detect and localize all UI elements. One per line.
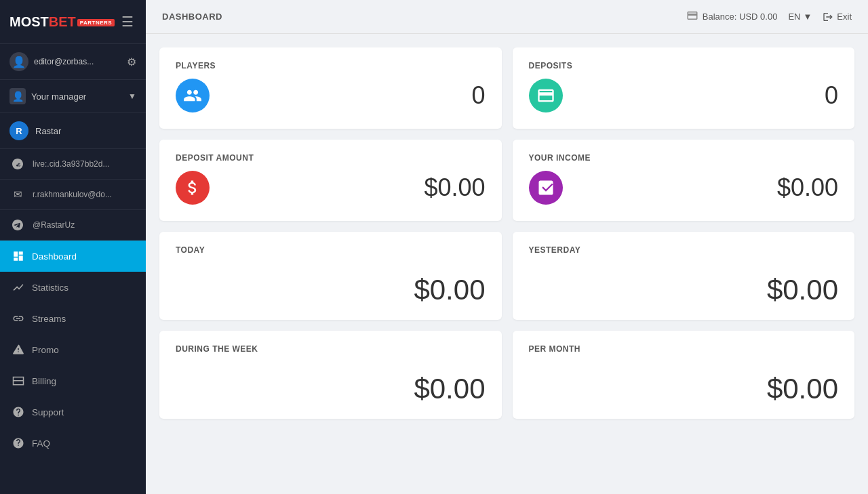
yesterday-card: YESTERDAY $0.00 [513,232,855,320]
deposits-icon [529,79,563,112]
billing-icon [12,374,25,388]
balance-icon [686,9,698,24]
skype-contact-row: live:.cid.3a937bb2d... [0,149,146,180]
promo-icon [12,343,25,356]
sidebar-item-statistics[interactable]: Statistics [0,272,146,303]
faq-icon [12,436,25,450]
players-icon [176,79,210,112]
balance-text: Balance: USD 0.00 [703,12,778,22]
rastar-label: Rastar [35,126,61,136]
sidebar-user-row: 👤 editor@zorbas... ⚙ [0,44,146,80]
sidebar-item-label: Promo [32,345,59,355]
logo-most: MOST [9,14,49,29]
email-icon: ✉ [9,186,26,203]
rastar-avatar: R [9,121,28,140]
sidebar-item-faq[interactable]: FAQ [0,428,146,459]
your-income-icon [529,171,563,205]
lang-chevron-icon: ▼ [803,12,812,22]
sidebar-item-support[interactable]: Support [0,396,146,428]
statistics-icon [12,281,25,294]
chevron-down-icon: ▼ [128,91,136,101]
today-card: TODAY $0.00 [159,232,502,320]
deposit-amount-card: DEPOSIT AMOUNT $0.00 [159,140,502,221]
email-contact-row: ✉ r.rakhmankulov@do... [0,180,146,210]
manager-icon: 👤 [9,88,26,104]
skype-contact-text: live:.cid.3a937bb2d... [33,159,109,169]
sidebar-item-label: Dashboard [32,251,77,262]
dashboard-icon [12,249,25,263]
sidebar-item-label: Support [32,407,64,417]
streams-icon [12,312,25,325]
sidebar-item-streams[interactable]: Streams [0,303,146,334]
exit-label: Exit [837,12,852,22]
email-contact-text: r.rakhmankulov@do... [33,190,112,199]
rastar-row: R Rastar [0,113,146,149]
today-card-title: TODAY [176,245,486,255]
language-selector[interactable]: EN ▼ [788,12,812,22]
during-the-week-value: $0.00 [176,373,486,405]
players-card: PLAYERS 0 [159,47,502,129]
gear-icon[interactable]: ⚙ [127,56,136,68]
sidebar-item-label: Billing [32,376,56,386]
today-value: $0.00 [176,274,486,306]
sidebar-item-dashboard[interactable]: Dashboard [0,241,146,272]
deposit-amount-value: $0.00 [424,173,485,202]
telegram-icon [9,217,26,233]
balance-info: Balance: USD 0.00 [686,9,778,24]
logo-bet: BET [49,14,76,29]
sidebar-item-label: Statistics [32,283,68,293]
sidebar: MOSTBET PARTNERS ☰ 👤 editor@zorbas... ⚙ … [0,0,146,494]
page-title: DASHBOARD [162,12,222,22]
lang-label: EN [788,12,800,22]
telegram-contact-row: @RastarUz [0,210,146,241]
support-icon [12,405,25,419]
sidebar-item-billing[interactable]: Billing [0,365,146,396]
hamburger-button[interactable]: ☰ [119,11,136,33]
sidebar-header: MOSTBET PARTNERS ☰ [0,0,146,44]
topbar: DASHBOARD Balance: USD 0.00 EN ▼ Exit [146,0,868,34]
yesterday-value: $0.00 [529,274,839,306]
sidebar-item-label: FAQ [32,438,50,449]
main-content: DASHBOARD Balance: USD 0.00 EN ▼ Exit PL… [146,0,868,494]
players-value: 0 [471,81,485,110]
sidebar-nav: Dashboard Statistics Streams Promo Billi… [0,241,146,494]
deposit-amount-card-title: DEPOSIT AMOUNT [176,153,254,163]
dashboard-grid: PLAYERS 0 DEPOSITS 0 D [146,34,868,432]
sidebar-manager[interactable]: 👤 Your manager ▼ [0,80,146,113]
exit-button[interactable]: Exit [823,12,852,22]
deposit-amount-icon [176,171,210,205]
yesterday-card-title: YESTERDAY [529,245,839,255]
skype-icon [9,156,26,172]
deposits-value: 0 [825,81,838,110]
telegram-contact-text: @RastarUz [33,220,75,230]
user-avatar-icon: 👤 [9,52,28,71]
logo-partners: PARTNERS [77,19,115,26]
deposits-card: DEPOSITS 0 [513,47,855,129]
sidebar-item-promo[interactable]: Promo [0,334,146,365]
during-the-week-card-title: DURING THE WEEK [176,344,486,354]
logo: MOSTBET PARTNERS [9,14,115,30]
during-the-week-card: DURING THE WEEK $0.00 [159,331,502,419]
manager-label: Your manager [31,91,86,102]
user-email: editor@zorbas... [34,57,94,66]
per-month-value: $0.00 [529,373,839,405]
deposits-card-title: DEPOSITS [529,61,573,70]
your-income-card: YOUR INCOME $0.00 [513,140,855,221]
sidebar-item-label: Streams [32,314,66,324]
your-income-value: $0.00 [777,173,838,202]
players-card-title: PLAYERS [176,61,216,70]
your-income-card-title: YOUR INCOME [529,153,591,163]
per-month-card-title: PER MONTH [529,344,839,354]
per-month-card: PER MONTH $0.00 [513,331,855,419]
